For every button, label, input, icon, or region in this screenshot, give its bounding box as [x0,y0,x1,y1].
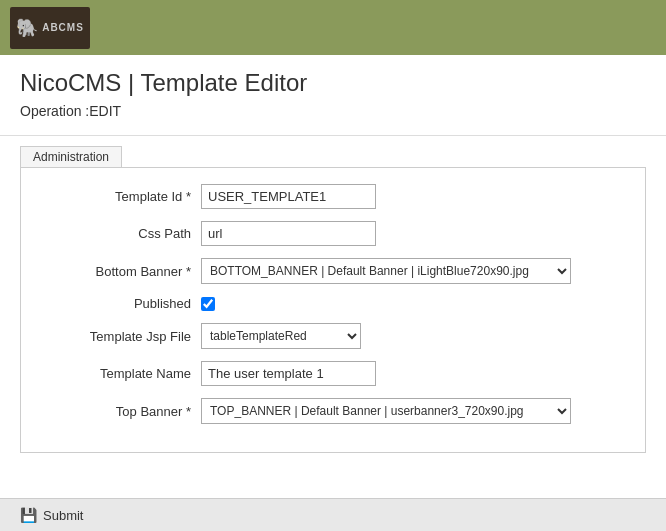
published-row: Published [41,296,625,311]
template-name-input[interactable] [201,361,376,386]
page-title-area: NicoCMS | Template Editor Operation :EDI… [0,55,666,136]
bottom-banner-row: Bottom Banner * BOTTOM_BANNER | Default … [41,258,625,284]
top-banner-label: Top Banner * [41,404,201,419]
admin-tab: Administration [20,146,122,167]
published-label: Published [41,296,201,311]
form-container: Template Id * Css Path Bottom Banner * B… [20,167,646,453]
top-banner-required: * [186,404,191,419]
content-area: Administration Template Id * Css Path Bo… [0,136,666,463]
top-banner-row: Top Banner * TOP_BANNER | Default Banner… [41,398,625,424]
css-path-input[interactable] [201,221,376,246]
submit-button[interactable]: Submit [43,508,83,523]
template-id-input[interactable] [201,184,376,209]
bottom-banner-required: * [186,264,191,279]
published-checkbox[interactable] [201,297,215,311]
template-id-row: Template Id * [41,184,625,209]
bottom-banner-label: Bottom Banner * [41,264,201,279]
logo: 🐘 ABCMS [10,7,90,49]
template-id-required: * [186,189,191,204]
submit-icon: 💾 [20,507,37,523]
css-path-label: Css Path [41,226,201,241]
template-jsp-row: Template Jsp File tableTemplateRed [41,323,625,349]
header: 🐘 ABCMS [0,0,666,55]
template-id-label: Template Id * [41,189,201,204]
template-jsp-select[interactable]: tableTemplateRed [201,323,361,349]
template-name-label: Template Name [41,366,201,381]
logo-text: ABCMS [42,22,84,33]
page-title: NicoCMS | Template Editor [20,69,646,97]
operation-label: Operation :EDIT [20,97,646,129]
bottom-banner-select[interactable]: BOTTOM_BANNER | Default Banner | iLightB… [201,258,571,284]
template-name-row: Template Name [41,361,625,386]
top-banner-select[interactable]: TOP_BANNER | Default Banner | userbanner… [201,398,571,424]
submit-area: 💾 Submit [0,498,666,531]
css-path-row: Css Path [41,221,625,246]
logo-icon: 🐘 [16,17,38,39]
template-jsp-label: Template Jsp File [41,329,201,344]
